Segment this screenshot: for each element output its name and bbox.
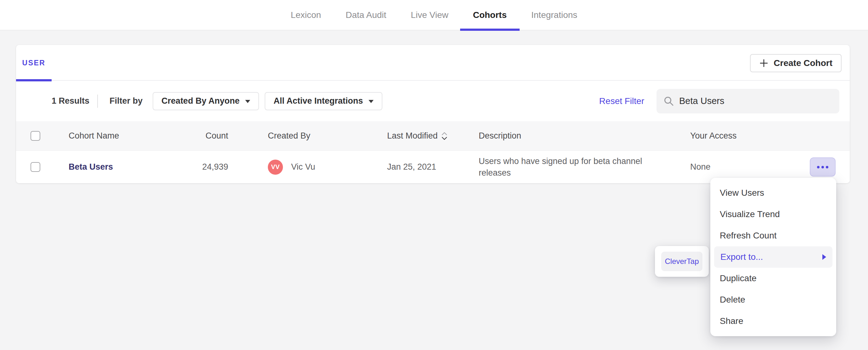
cohorts-card: USER Create Cohort 1 Results Filter by C… — [16, 45, 850, 183]
tab-user-label: USER — [22, 59, 45, 67]
cohort-description: Users who have signed up for beta channe… — [479, 155, 661, 179]
nav-tab-integrations[interactable]: Integrations — [531, 0, 577, 30]
avatar: VV — [268, 160, 283, 175]
more-actions-button[interactable] — [810, 158, 836, 177]
menu-item-export-to[interactable]: Export to... — [714, 246, 832, 268]
last-modified-value: Jan 25, 2021 — [387, 162, 479, 172]
results-count: 1 Results — [52, 96, 89, 106]
nav-tab-label: Live View — [411, 10, 448, 20]
integrations-filter-dropdown[interactable]: All Active Integrations — [265, 92, 382, 110]
submenu-arrow-icon — [823, 254, 826, 260]
caret-down-icon — [369, 100, 374, 103]
table-header-row: Cohort Name Count Created By Last Modifi… — [16, 121, 850, 151]
cohort-count: 24,939 — [192, 162, 228, 172]
created-by-filter-value: Created By Anyone — [161, 96, 240, 106]
column-header-description: Description — [479, 131, 690, 141]
created-by-name: Vic Vu — [291, 162, 315, 172]
tab-user[interactable]: USER — [16, 45, 52, 81]
filter-toolbar: 1 Results Filter by Created By Anyone Al… — [16, 81, 850, 121]
column-header-last-modified-label: Last Modified — [387, 131, 438, 141]
created-by-cell: VV Vic Vu — [228, 160, 387, 175]
plus-icon — [759, 59, 769, 68]
menu-item-share[interactable]: Share — [710, 310, 836, 332]
more-icon — [817, 166, 828, 168]
nav-tab-lexicon[interactable]: Lexicon — [291, 0, 321, 30]
row-context-menu: View Users Visualize Trend Refresh Count… — [710, 178, 836, 336]
active-tab-underline — [460, 29, 520, 31]
nav-tab-label: Cohorts — [473, 10, 507, 20]
submenu-item-clevertap[interactable]: CleverTap — [661, 252, 703, 271]
menu-item-view-users[interactable]: View Users — [710, 182, 836, 204]
select-all-cell — [16, 131, 69, 141]
menu-item-delete[interactable]: Delete — [710, 289, 836, 310]
menu-item-visualize-trend[interactable]: Visualize Trend — [710, 204, 836, 225]
sort-icon — [441, 131, 448, 141]
row-actions-cell — [810, 158, 850, 177]
export-submenu: CleverTap — [655, 246, 709, 277]
row-checkbox-cell — [16, 162, 69, 172]
filter-by-label: Filter by — [110, 96, 143, 106]
cohort-search-box[interactable] — [656, 89, 839, 113]
menu-item-export-to-label: Export to... — [720, 252, 763, 262]
select-all-checkbox[interactable] — [31, 131, 40, 141]
menu-item-duplicate[interactable]: Duplicate — [710, 268, 836, 289]
nav-tab-data-audit[interactable]: Data Audit — [346, 0, 386, 30]
column-header-cohort-name: Cohort Name — [69, 131, 192, 141]
toolbar-divider — [97, 95, 98, 108]
create-cohort-button[interactable]: Create Cohort — [750, 54, 842, 72]
nav-tab-label: Lexicon — [291, 10, 321, 20]
caret-down-icon — [245, 100, 250, 103]
cohort-name-link[interactable]: Beta Users — [69, 162, 113, 172]
your-access-value: None — [690, 162, 810, 172]
nav-tab-cohorts[interactable]: Cohorts — [473, 0, 507, 30]
column-header-your-access: Your Access — [690, 131, 810, 141]
created-by-filter-dropdown[interactable]: Created By Anyone — [153, 92, 259, 110]
row-checkbox[interactable] — [31, 162, 40, 172]
column-header-last-modified[interactable]: Last Modified — [387, 131, 479, 141]
integrations-filter-value: All Active Integrations — [274, 96, 363, 106]
reset-filter-link[interactable]: Reset Filter — [599, 96, 644, 106]
nav-tab-label: Data Audit — [346, 10, 386, 20]
cohort-type-tabstrip: USER Create Cohort — [16, 45, 850, 81]
column-header-created-by: Created By — [228, 131, 387, 141]
search-input[interactable] — [679, 96, 832, 106]
column-header-count: Count — [192, 131, 228, 141]
nav-tab-label: Integrations — [531, 10, 577, 20]
top-navigation: Lexicon Data Audit Live View Cohorts Int… — [0, 0, 868, 31]
search-icon — [663, 96, 674, 106]
create-cohort-label: Create Cohort — [774, 58, 832, 68]
menu-item-refresh-count[interactable]: Refresh Count — [710, 225, 836, 246]
nav-tab-live-view[interactable]: Live View — [411, 0, 448, 30]
